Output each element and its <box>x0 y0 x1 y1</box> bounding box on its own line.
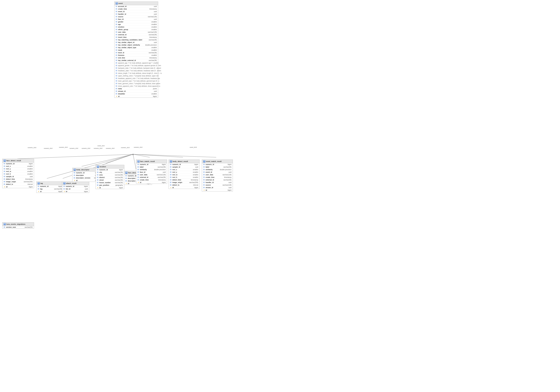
fk-icon <box>170 174 172 176</box>
location-table: location numeric_id bigint city varchar(… <box>96 165 124 189</box>
svg-point-215 <box>170 164 171 165</box>
table-row: top_similar_external_id varchar(36) <box>114 59 158 62</box>
table-row: user_data varchar(128) <box>114 31 158 33</box>
pk-icon <box>203 189 205 191</box>
svg-point-113 <box>116 94 116 94</box>
conn-label: event_id:id <box>190 146 197 148</box>
fk-icon <box>170 171 172 173</box>
table-row: house_number varchar(36) <box>96 181 124 184</box>
table-row: city varchar(36) <box>96 171 124 174</box>
table-row: external_id varchar(36) <box>136 176 167 179</box>
svg-point-236 <box>170 182 171 182</box>
table-row: handler_id uuid <box>114 13 158 15</box>
table-row: sleeve_length /* int: body attribute, sl… <box>114 72 158 75</box>
table-name: body_descriptor <box>76 169 89 171</box>
svg-point-86 <box>116 70 116 71</box>
svg-point-98 <box>116 81 116 81</box>
svg-point-32 <box>116 24 116 24</box>
svg-point-191 <box>126 181 126 181</box>
svg-point-47 <box>116 37 116 37</box>
svg-point-260 <box>204 180 204 180</box>
table-row: id bigint <box>136 181 167 184</box>
table-row: detect_time timestamp <box>169 179 200 181</box>
table-row: detect_ts interval <box>169 184 200 186</box>
svg-point-35 <box>116 27 116 27</box>
svg-line-8 <box>133 154 216 157</box>
svg-line-6 <box>133 154 150 157</box>
svg-point-95 <box>116 78 116 79</box>
table-name: event_match_result <box>206 161 221 162</box>
svg-point-140 <box>4 184 4 184</box>
conn-label: numeric_id:id <box>82 147 90 149</box>
table-row: event_id uuid <box>114 10 158 13</box>
table-row: list_id uuid <box>62 188 89 190</box>
attach-result-table-header: attach_result <box>62 182 89 185</box>
svg-point-167 <box>97 172 98 172</box>
fk-icon <box>97 182 99 183</box>
table-row: lower_garment_colors /* array[int]: body… <box>114 82 158 85</box>
svg-point-164 <box>97 170 98 170</box>
table-row: stream_id uuid <box>114 90 158 92</box>
fk-icon <box>116 60 118 61</box>
pk-icon <box>38 191 40 192</box>
table-row: upper_clothing_colors /* array[int]: bod… <box>114 75 158 77</box>
svg-point-218 <box>170 167 171 167</box>
fk-icon <box>116 47 118 48</box>
table-row: rect_w smallint <box>169 173 200 176</box>
fk-icon <box>116 23 118 25</box>
svg-point-257 <box>204 177 204 177</box>
fk-icon <box>116 80 118 82</box>
fk-icon <box>116 21 118 23</box>
pk-icon <box>74 180 75 181</box>
table-row: id bigint <box>169 186 200 189</box>
svg-point-125 <box>4 171 4 171</box>
svg-point-149 <box>64 186 64 186</box>
fk-icon <box>4 178 5 180</box>
table-row: image_origin varchar(256) <box>169 181 200 184</box>
svg-point-20 <box>116 14 116 14</box>
table-row: tag varchar(36) <box>36 188 63 190</box>
svg-line-7 <box>133 154 183 157</box>
table-icon <box>203 160 205 162</box>
pk-icon <box>97 187 99 189</box>
table-row: mask smallint <box>114 49 158 51</box>
table-name: attach_result <box>66 182 76 184</box>
svg-point-206 <box>138 174 138 175</box>
fk-icon <box>203 169 205 171</box>
table-icon <box>74 169 76 171</box>
table-name: location <box>100 166 106 168</box>
table-row: id bigint <box>36 190 63 193</box>
table-row: numeric_id bigint <box>169 163 200 166</box>
tag-table: tag numeric_id bigint tag varchar(36) id… <box>36 181 63 193</box>
table-row: create_time timestamp <box>114 8 158 10</box>
table-row: handler_id uuid <box>202 181 233 184</box>
fk-icon <box>116 18 118 20</box>
svg-point-200 <box>138 169 138 170</box>
fk-icon <box>116 83 118 84</box>
fk-icon <box>116 16 118 18</box>
pk-icon <box>4 186 5 188</box>
fk-icon <box>203 171 205 173</box>
svg-point-143 <box>38 186 38 186</box>
svg-point-11 <box>116 6 116 7</box>
svg-point-110 <box>116 91 116 91</box>
svg-point-221 <box>170 169 171 170</box>
fk-icon <box>116 10 118 12</box>
svg-point-161 <box>74 178 74 178</box>
pk-icon <box>137 181 139 183</box>
fk-icon <box>97 179 99 181</box>
svg-point-107 <box>116 89 116 89</box>
fk-icon <box>97 184 99 186</box>
table-icon <box>137 160 140 162</box>
table-row: headwear_apparent_color /* int: body att… <box>114 77 158 80</box>
svg-point-263 <box>204 182 204 182</box>
fk-icon <box>170 184 172 186</box>
table-row: district varchar(36) <box>96 176 124 179</box>
fk-icon <box>170 169 172 171</box>
fk-icon <box>116 65 118 66</box>
svg-point-188 <box>126 178 126 179</box>
fk-icon <box>116 39 118 41</box>
event-table: event account_id uuid create_time timest… <box>114 1 158 98</box>
face-match-result-table: face_match_result numeric_id bigint labe… <box>136 160 167 184</box>
svg-point-227 <box>170 174 171 175</box>
